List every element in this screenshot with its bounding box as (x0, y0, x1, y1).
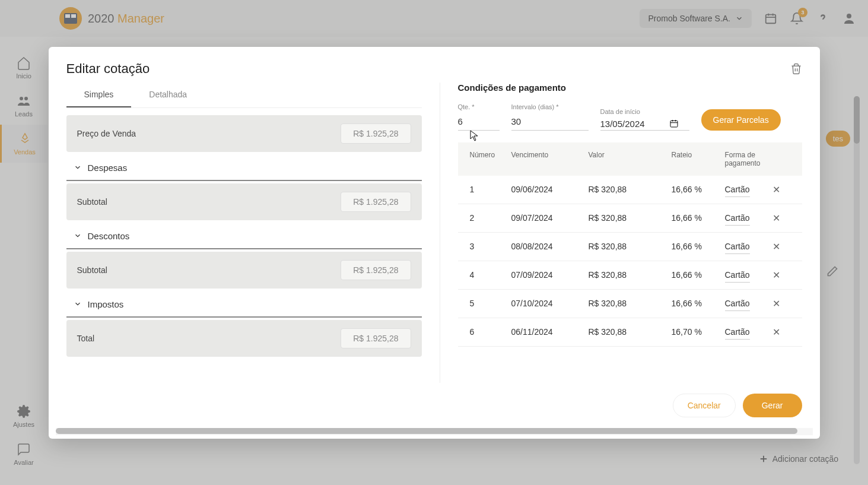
tabs: Simples Detalhada (66, 83, 422, 108)
subtotal-value: R$ 1.925,28 (341, 192, 411, 212)
subtotal-label: Subtotal (77, 265, 107, 275)
delete-quote-button[interactable] (790, 63, 802, 75)
cell-due-date: 07/09/2024 (511, 270, 589, 280)
cell-number: 2 (470, 213, 511, 223)
table-row: 6 06/11/2024 R$ 320,88 16,70 % Cartão ✕ (458, 318, 802, 347)
discounts-section-header[interactable]: Descontos (66, 221, 422, 249)
payment-method-select[interactable]: Cartão (725, 268, 750, 283)
modal-horizontal-scrollbar[interactable] (56, 428, 813, 435)
table-row: 2 09/07/2024 R$ 320,88 16,66 % Cartão ✕ (458, 204, 802, 233)
qty-label: Qte. * (458, 103, 500, 110)
total-label: Total (77, 334, 95, 343)
delete-row-button[interactable]: ✕ (772, 270, 780, 280)
delete-row-button[interactable]: ✕ (772, 185, 780, 195)
modal-overlay: Editar cotação Simples Detalhada Preço d… (0, 0, 868, 485)
cell-value: R$ 320,88 (589, 270, 672, 280)
chevron-down-icon (74, 300, 82, 308)
discounts-label: Descontos (88, 231, 130, 241)
col-header-number: Número (470, 151, 511, 167)
cell-value: R$ 320,88 (589, 213, 672, 223)
payment-conditions-title: Condições de pagamento (458, 83, 802, 93)
modal-header: Editar cotação (49, 47, 820, 83)
cell-value: R$ 320,88 (589, 242, 672, 251)
svg-rect-4 (670, 121, 678, 127)
subtotal-row-2: Subtotal R$ 1.925,28 (66, 252, 422, 289)
generate-button[interactable]: Gerar (743, 394, 802, 417)
payment-method-select[interactable]: Cartão (725, 296, 750, 311)
cell-due-date: 09/07/2024 (511, 213, 589, 223)
payment-method-select[interactable]: Cartão (725, 239, 750, 254)
qty-input[interactable] (458, 113, 500, 131)
payment-method-select[interactable]: Cartão (725, 211, 750, 226)
price-label: Preço de Venda (77, 129, 136, 138)
cell-due-date: 08/08/2024 (511, 242, 589, 251)
date-label: Data de início (600, 108, 689, 115)
cell-rate: 16,66 % (672, 213, 725, 223)
taxes-label: Impostos (88, 299, 124, 309)
subtotal-label: Subtotal (77, 197, 107, 207)
interval-input-group: Intervalo (dias) * (511, 103, 589, 131)
subtotal-value: R$ 1.925,28 (341, 260, 411, 280)
delete-row-button[interactable]: ✕ (772, 299, 780, 309)
cell-number: 5 (470, 299, 511, 308)
col-header-rate: Rateio (672, 151, 725, 167)
table-row: 5 07/10/2024 R$ 320,88 16,66 % Cartão ✕ (458, 290, 802, 318)
cell-rate: 16,66 % (672, 242, 725, 251)
price-row: Preço de Venda R$ 1.925,28 (66, 115, 422, 152)
cell-number: 1 (470, 185, 511, 194)
left-panel: Simples Detalhada Preço de Venda R$ 1.92… (49, 83, 440, 383)
delete-row-button[interactable]: ✕ (772, 213, 780, 223)
calendar-icon[interactable] (669, 119, 679, 128)
trash-icon (790, 63, 802, 75)
col-header-value: Valor (589, 151, 672, 167)
expenses-section-header[interactable]: Despesas (66, 153, 422, 181)
subtotal-row: Subtotal R$ 1.925,28 (66, 183, 422, 220)
cell-value: R$ 320,88 (589, 299, 672, 308)
cell-due-date: 09/06/2024 (511, 185, 589, 194)
edit-quote-modal: Editar cotação Simples Detalhada Preço d… (49, 47, 820, 439)
cell-rate: 16,70 % (672, 327, 725, 337)
cell-number: 4 (470, 270, 511, 280)
table-row: 4 07/09/2024 R$ 320,88 16,66 % Cartão ✕ (458, 261, 802, 290)
tab-detalhada[interactable]: Detalhada (131, 83, 205, 107)
cell-rate: 16,66 % (672, 185, 725, 194)
price-value: R$ 1.925,28 (341, 123, 411, 144)
cancel-button[interactable]: Cancelar (673, 394, 736, 417)
payment-method-select[interactable]: Cartão (725, 325, 750, 340)
right-panel: Condições de pagamento Qte. * Intervalo … (440, 83, 820, 383)
total-row: Total R$ 1.925,28 (66, 320, 422, 357)
cell-number: 3 (470, 242, 511, 251)
expenses-label: Despesas (88, 163, 128, 173)
qty-input-group: Qte. * (458, 103, 500, 131)
payment-method-select[interactable]: Cartão (725, 182, 750, 197)
table-row: 1 09/06/2024 R$ 320,88 16,66 % Cartão ✕ (458, 176, 802, 204)
cell-due-date: 06/11/2024 (511, 327, 589, 337)
modal-footer: Cancelar Gerar (49, 383, 820, 428)
cell-due-date: 07/10/2024 (511, 299, 589, 308)
total-value: R$ 1.925,28 (341, 328, 411, 348)
installments-table: Número Vencimento Valor Rateio Forma de … (458, 142, 802, 347)
col-header-payment: Forma de pagamento (725, 151, 772, 167)
table-header: Número Vencimento Valor Rateio Forma de … (458, 142, 802, 176)
chevron-down-icon (74, 163, 82, 172)
col-header-due-date: Vencimento (511, 151, 589, 167)
generate-installments-button[interactable]: Gerar Parcelas (701, 109, 781, 131)
cell-value: R$ 320,88 (589, 185, 672, 194)
cell-rate: 16,66 % (672, 270, 725, 280)
delete-row-button[interactable]: ✕ (772, 242, 780, 252)
interval-input[interactable] (511, 113, 589, 131)
date-input-group: Data de início (600, 108, 689, 131)
tab-simples[interactable]: Simples (66, 83, 132, 107)
modal-title: Editar cotação (66, 61, 150, 77)
cell-number: 6 (470, 327, 511, 337)
table-row: 3 08/08/2024 R$ 320,88 16,66 % Cartão ✕ (458, 233, 802, 261)
start-date-input[interactable] (600, 119, 666, 129)
cursor-icon (470, 130, 479, 144)
chevron-down-icon (74, 232, 82, 240)
taxes-section-header[interactable]: Impostos (66, 290, 422, 318)
interval-label: Intervalo (dias) * (511, 103, 589, 110)
cell-value: R$ 320,88 (589, 327, 672, 337)
cell-rate: 16,66 % (672, 299, 725, 308)
delete-row-button[interactable]: ✕ (772, 327, 780, 337)
